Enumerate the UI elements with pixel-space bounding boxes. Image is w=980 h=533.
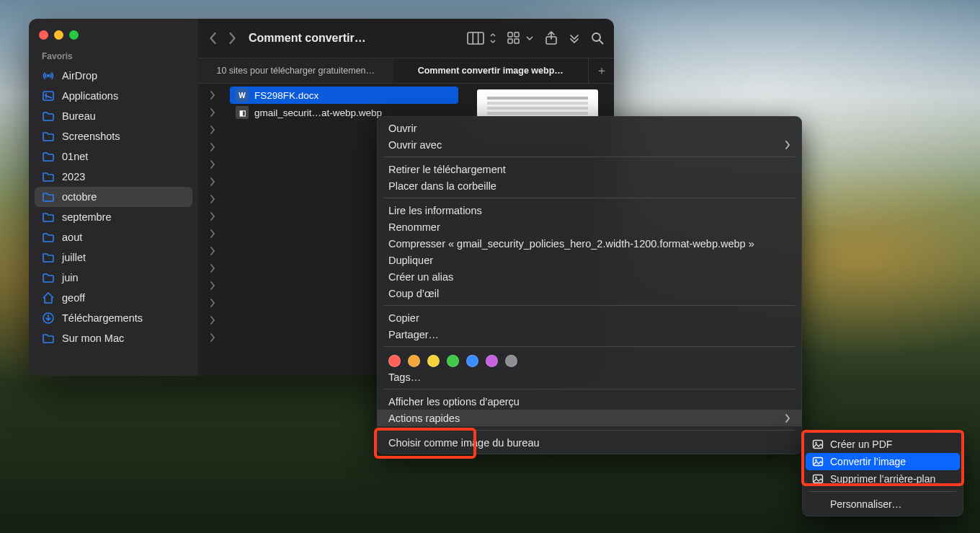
quick-action-item[interactable]: Supprimer l’arrière-plan bbox=[802, 470, 963, 488]
tag-color-dot[interactable] bbox=[427, 355, 440, 367]
sidebar-item-geoff[interactable]: geoff bbox=[35, 288, 192, 308]
sidebar-item-bureau[interactable]: Bureau bbox=[35, 106, 192, 126]
tag-color-dot[interactable] bbox=[466, 355, 478, 367]
context-menu: OuvrirOuvrir avecRetirer le téléchargeme… bbox=[377, 116, 802, 454]
chevron-right-icon bbox=[198, 190, 227, 208]
sidebar-item-juillet[interactable]: juillet bbox=[35, 247, 192, 268]
menu-separator bbox=[384, 157, 795, 157]
file-icon: ◧ bbox=[236, 106, 249, 119]
menu-separator bbox=[384, 346, 795, 347]
tag-color-dot[interactable] bbox=[486, 355, 498, 367]
file-icon: W bbox=[236, 89, 249, 102]
quick-action-item[interactable]: Convertir l’image bbox=[806, 453, 960, 470]
sidebar-item-label: Applications bbox=[62, 90, 118, 102]
svg-point-11 bbox=[592, 33, 600, 41]
sidebar-item-01net[interactable]: 01net bbox=[35, 146, 192, 167]
finder-tab[interactable]: Comment convertir image webp… bbox=[393, 58, 589, 83]
chevron-right-icon bbox=[198, 138, 227, 156]
sidebar-item-octobre[interactable]: octobre bbox=[35, 187, 192, 207]
context-menu-item[interactable]: Renommer bbox=[377, 219, 802, 235]
svg-rect-1 bbox=[43, 92, 53, 100]
sidebar-item-aout[interactable]: aout bbox=[35, 227, 192, 247]
context-menu-item[interactable]: Afficher les options d’aperçu bbox=[377, 393, 802, 410]
context-menu-item-quick-actions[interactable]: Actions rapides bbox=[377, 410, 802, 426]
nav-back-button[interactable] bbox=[208, 32, 218, 45]
context-menu-item[interactable]: Retirer le téléchargement bbox=[377, 161, 802, 177]
fullscreen-window-button[interactable] bbox=[69, 30, 79, 40]
search-button[interactable] bbox=[591, 32, 604, 45]
context-menu-item[interactable]: Coup d’œil bbox=[377, 285, 802, 301]
context-menu-item[interactable]: Lire les informations bbox=[377, 202, 802, 219]
tag-color-dot[interactable] bbox=[505, 355, 517, 367]
close-window-button[interactable] bbox=[39, 30, 48, 40]
file-name: gmail_securit…at-webp.webp bbox=[254, 107, 382, 118]
tag-color-dot[interactable] bbox=[447, 355, 459, 367]
svg-point-16 bbox=[815, 459, 817, 462]
sidebar-item-airdrop[interactable]: AirDrop bbox=[35, 66, 192, 86]
context-menu-item[interactable]: Choisir comme image du bureau bbox=[377, 434, 802, 451]
window-title: Comment convertir… bbox=[249, 32, 366, 45]
tab-bar: 10 sites pour télécharger gratuitemen…Co… bbox=[198, 58, 614, 84]
airdrop-icon bbox=[42, 69, 55, 82]
svg-rect-3 bbox=[468, 32, 484, 44]
view-columns-button[interactable] bbox=[467, 32, 496, 45]
context-menu-item[interactable]: Copier bbox=[377, 309, 802, 326]
sidebar-item-label: 2023 bbox=[62, 171, 85, 182]
menu-separator bbox=[384, 198, 795, 198]
more-toolbar-button[interactable] bbox=[569, 33, 579, 43]
sidebar-item-2023[interactable]: 2023 bbox=[35, 167, 192, 187]
finder-tab[interactable]: 10 sites pour télécharger gratuitemen… bbox=[198, 58, 393, 83]
preview-thumbnail bbox=[477, 89, 598, 120]
sidebar-item-label: septembre bbox=[62, 211, 112, 223]
quick-action-customize[interactable]: Personnaliser… bbox=[802, 495, 963, 513]
sidebar-item-label: octobre bbox=[62, 191, 97, 203]
svg-rect-7 bbox=[514, 32, 519, 37]
folder-icon bbox=[42, 251, 55, 264]
svg-point-0 bbox=[47, 74, 50, 77]
menu-separator bbox=[384, 389, 795, 389]
file-item[interactable]: WFS298FK.docx bbox=[230, 87, 458, 104]
folder-icon bbox=[42, 150, 55, 163]
sidebar-heading-favorites: Favoris bbox=[35, 50, 192, 66]
context-menu-item[interactable]: Ouvrir bbox=[377, 120, 802, 136]
share-button[interactable] bbox=[545, 31, 558, 45]
tag-color-row bbox=[377, 351, 802, 369]
quick-action-item[interactable]: Créer un PDF bbox=[802, 436, 963, 453]
tag-color-dot[interactable] bbox=[388, 355, 401, 367]
sidebar-item-sur-mon-mac[interactable]: Sur mon Mac bbox=[35, 328, 192, 348]
context-menu-item[interactable]: Dupliquer bbox=[377, 252, 802, 268]
sidebar-item-label: Téléchargements bbox=[62, 312, 143, 324]
context-menu-item-tags[interactable]: Tags… bbox=[377, 369, 802, 385]
window-controls bbox=[35, 26, 192, 50]
nav-forward-button[interactable] bbox=[228, 32, 237, 45]
tag-color-dot[interactable] bbox=[408, 355, 420, 367]
sidebar-item-applications[interactable]: Applications bbox=[35, 86, 192, 106]
folder-icon bbox=[42, 332, 55, 345]
chevron-right-icon bbox=[198, 329, 227, 346]
home-icon bbox=[42, 291, 55, 304]
sidebar-item-septembre[interactable]: septembre bbox=[35, 207, 192, 227]
group-by-button[interactable] bbox=[507, 32, 533, 45]
quick-actions-submenu: Créer un PDFConvertir l’imageSupprimer l… bbox=[802, 432, 963, 516]
context-menu-item[interactable]: Placer dans la corbeille bbox=[377, 177, 802, 194]
folder-icon bbox=[42, 211, 55, 224]
context-menu-item[interactable]: Créer un alias bbox=[377, 268, 802, 285]
new-tab-button[interactable]: ＋ bbox=[588, 58, 614, 83]
context-menu-item[interactable]: Compresser « gmail_security_policies_her… bbox=[377, 235, 802, 252]
chevron-right-icon bbox=[198, 121, 227, 138]
chevron-right-icon bbox=[198, 173, 227, 190]
finder-toolbar: Comment convertir… bbox=[198, 19, 614, 58]
menu-separator bbox=[809, 491, 956, 492]
sidebar-item-label: geoff bbox=[62, 292, 85, 304]
sidebar-item-juin[interactable]: juin bbox=[35, 268, 192, 288]
download-icon bbox=[42, 312, 55, 325]
context-menu-item[interactable]: Ouvrir avec bbox=[377, 136, 802, 153]
context-menu-item[interactable]: Partager… bbox=[377, 326, 802, 343]
svg-point-14 bbox=[815, 442, 817, 444]
chevron-right-icon bbox=[198, 294, 227, 312]
sidebar-item-t-l-chargements[interactable]: Téléchargements bbox=[35, 308, 192, 328]
minimize-window-button[interactable] bbox=[54, 30, 63, 40]
sidebar-item-screenshots[interactable]: Screenshots bbox=[35, 126, 192, 146]
chevron-right-icon bbox=[198, 104, 227, 121]
sidebar-item-label: aout bbox=[62, 232, 82, 243]
